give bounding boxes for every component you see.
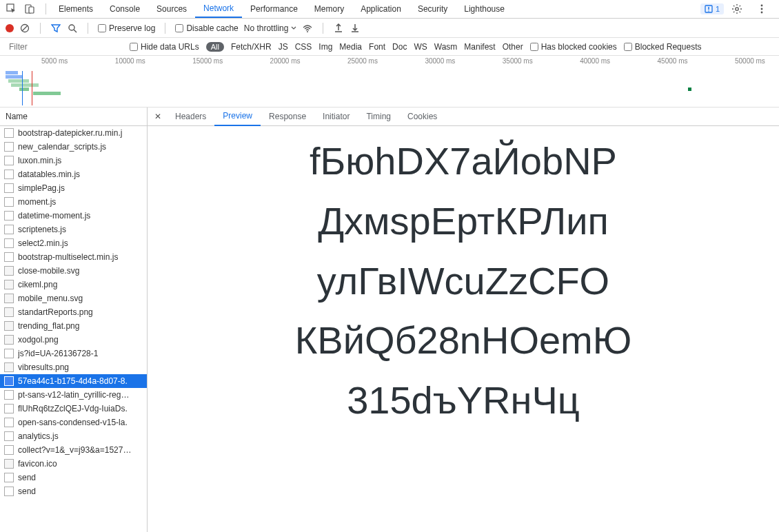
file-icon (4, 170, 14, 179)
request-row[interactable]: flUhRq6tzZclQEJ-Vdg-IuiaDs. (0, 402, 147, 416)
request-row[interactable]: open-sans-condensed-v15-la. (0, 416, 147, 429)
file-icon (4, 404, 14, 413)
import-icon[interactable] (333, 23, 344, 34)
device-toggle-icon[interactable] (23, 3, 36, 15)
svg-line-13 (74, 30, 77, 32)
requests-column: Name bootstrap-datepicker.ru.min.jnew_ca… (0, 108, 148, 532)
request-name: simplePag.js (18, 183, 65, 193)
filter-type-img[interactable]: Img (318, 42, 332, 52)
request-row[interactable]: cikeml.png (0, 278, 147, 291)
request-name: select2.min.js (18, 238, 68, 248)
request-name: luxon.min.js (18, 156, 61, 165)
request-row[interactable]: trending_flat.png (0, 319, 147, 333)
blocked-requests-checkbox[interactable]: Blocked Requests (624, 42, 702, 52)
filter-type-all[interactable]: All (206, 42, 224, 52)
detail-tab-headers[interactable]: Headers (167, 108, 214, 126)
request-row[interactable]: bootstrap-multiselect.min.js (0, 250, 147, 264)
panel-tab-memory[interactable]: Memory (306, 0, 352, 18)
request-name: send (18, 473, 36, 482)
request-row[interactable]: send (0, 471, 147, 484)
panel-tab-application[interactable]: Application (352, 0, 409, 18)
export-icon[interactable] (350, 23, 361, 34)
issues-badge[interactable]: 1 (700, 3, 724, 14)
filter-type-media[interactable]: Media (339, 42, 362, 52)
name-column-header[interactable]: Name (0, 108, 147, 126)
request-row[interactable]: datetime-moment.js (0, 209, 147, 223)
request-row[interactable]: bootstrap-datepicker.ru.min.j (0, 126, 147, 140)
clear-icon[interactable] (19, 23, 30, 34)
panel-tab-sources[interactable]: Sources (148, 0, 195, 18)
settings-gear-icon[interactable] (731, 3, 743, 15)
close-icon[interactable]: ✕ (152, 110, 164, 123)
request-name: analytics.js (18, 431, 59, 441)
filter-type-js[interactable]: JS (279, 42, 288, 52)
request-name: 57ea44c1-b175-4d4a-8d07-8. (18, 376, 128, 386)
has-blocked-cookies-checkbox[interactable]: Has blocked cookies (530, 42, 617, 52)
hide-data-urls-checkbox[interactable]: Hide data URLs (130, 42, 199, 52)
file-icon (4, 225, 14, 234)
filter-type-other[interactable]: Other (503, 42, 523, 52)
network-toolbar: Preserve log Disable cache No throttling (0, 19, 779, 38)
request-row[interactable]: analytics.js (0, 429, 147, 443)
panel-tab-network[interactable]: Network (195, 0, 242, 18)
timeline-overview[interactable]: 5000 ms10000 ms15000 ms20000 ms25000 ms3… (0, 56, 779, 108)
panel-tab-console[interactable]: Console (101, 0, 148, 18)
detail-tab-response[interactable]: Response (261, 108, 314, 126)
request-row[interactable]: simplePag.js (0, 181, 147, 195)
filter-type-css[interactable]: CSS (295, 42, 312, 52)
disable-cache-checkbox[interactable]: Disable cache (175, 23, 238, 33)
separator (45, 3, 46, 14)
filter-type-fetchxhr[interactable]: Fetch/XHR (231, 42, 272, 52)
request-row[interactable]: scriptenets.js (0, 223, 147, 236)
filter-type-font[interactable]: Font (369, 42, 385, 52)
request-row[interactable]: js?id=UA-26136728-1 (0, 347, 147, 360)
panel-tab-elements[interactable]: Elements (50, 0, 101, 18)
file-icon (4, 349, 14, 358)
request-row[interactable]: standartReports.png (0, 305, 147, 319)
request-name: vibresults.png (18, 362, 69, 372)
file-icon (4, 252, 14, 262)
svg-point-9 (761, 12, 763, 14)
record-button[interactable] (6, 24, 14, 32)
panel-tab-performance[interactable]: Performance (242, 0, 306, 18)
detail-tab-cookies[interactable]: Cookies (399, 108, 445, 126)
request-row[interactable]: xodgol.png (0, 333, 147, 347)
request-row[interactable]: favicon.ico (0, 457, 147, 471)
request-row[interactable]: close-mobile.svg (0, 264, 147, 278)
more-icon[interactable] (756, 3, 768, 15)
filter-type-doc[interactable]: Doc (392, 42, 407, 52)
request-row[interactable]: pt-sans-v12-latin_cyrillic-reg… (0, 388, 147, 402)
search-icon[interactable] (67, 23, 78, 34)
detail-tab-preview[interactable]: Preview (214, 108, 261, 126)
request-name: scriptenets.js (18, 225, 66, 234)
network-conditions-icon[interactable] (302, 23, 313, 34)
requests-list[interactable]: bootstrap-datepicker.ru.min.jnew_calenda… (0, 126, 147, 532)
request-row[interactable]: moment.js (0, 195, 147, 209)
filter-type-ws[interactable]: WS (414, 42, 427, 52)
panel-tab-security[interactable]: Security (409, 0, 456, 18)
request-row[interactable]: 57ea44c1-b175-4d4a-8d07-8. (0, 374, 147, 388)
request-row[interactable]: vibresults.png (0, 360, 147, 374)
request-row[interactable]: mobile_menu.svg (0, 291, 147, 305)
filter-input[interactable] (6, 40, 123, 54)
request-row[interactable]: datatables.min.js (0, 167, 147, 181)
detail-tab-timing[interactable]: Timing (358, 108, 399, 126)
filter-icon[interactable] (50, 23, 61, 34)
separator (40, 23, 41, 34)
blocked-requests-label: Blocked Requests (635, 42, 702, 52)
request-row[interactable]: send (0, 484, 147, 498)
detail-tab-initiator[interactable]: Initiator (314, 108, 358, 126)
request-row[interactable]: luxon.min.js (0, 154, 147, 167)
inspect-icon[interactable] (6, 3, 18, 15)
filter-type-manifest[interactable]: Manifest (464, 42, 495, 52)
preserve-log-checkbox[interactable]: Preserve log (98, 23, 155, 33)
request-row[interactable]: collect?v=1&_v=j93&a=1527… (0, 443, 147, 457)
panel-tab-lighthouse[interactable]: Lighthouse (456, 0, 513, 18)
timeline-tick: 45000 ms (658, 57, 688, 65)
file-icon (4, 390, 14, 400)
throttling-select[interactable]: No throttling (244, 23, 297, 33)
filter-type-wasm[interactable]: Wasm (434, 42, 458, 52)
detail-tabs: ✕ HeadersPreviewResponseInitiatorTimingC… (148, 108, 779, 126)
request-row[interactable]: new_calendar_scripts.js (0, 140, 147, 154)
request-row[interactable]: select2.min.js (0, 236, 147, 250)
